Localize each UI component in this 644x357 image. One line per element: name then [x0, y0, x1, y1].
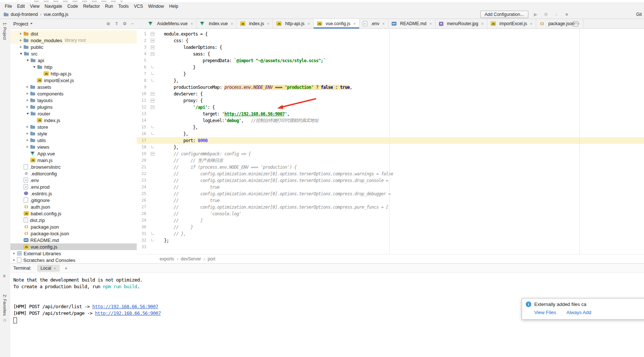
git-widget[interactable]: Git — [636, 12, 642, 17]
tree-item[interactable]: views — [10, 144, 137, 150]
view-files-link[interactable]: View Files — [534, 310, 556, 315]
chevron-down-icon[interactable] — [27, 113, 29, 115]
new-terminal-icon[interactable] — [65, 265, 68, 271]
project-panel-title[interactable]: Project — [13, 21, 28, 27]
tree-item[interactable]: public — [10, 44, 137, 50]
chevron-right-icon[interactable] — [13, 252, 15, 255]
code-line[interactable]: 20 // // 生产去除日志 — [137, 157, 644, 164]
fold-end-icon[interactable] — [151, 125, 154, 128]
menu-item-run[interactable]: Run — [102, 2, 116, 10]
collapse-all-icon[interactable] — [115, 21, 118, 26]
code-editor[interactable]: 1module.exports = {2 css: {3 loaderOptio… — [137, 29, 644, 255]
code-line[interactable]: 29 // ] — [137, 217, 644, 224]
tree-item[interactable]: dist.zip — [10, 217, 137, 223]
breadcrumb-item[interactable]: devServer — [181, 256, 201, 262]
tree-item[interactable]: store — [10, 124, 137, 130]
close-icon[interactable] — [54, 266, 56, 270]
chevron-down-icon[interactable] — [27, 60, 29, 61]
tree-item[interactable]: External Libraries — [10, 250, 137, 257]
code-line[interactable]: 25 // config.optimization.minimizer[0].o… — [137, 191, 644, 197]
tree-item[interactable]: vue.config.js — [10, 243, 137, 250]
stop-icon[interactable] — [564, 12, 570, 17]
chevron-right-icon[interactable] — [20, 39, 22, 41]
tree-item[interactable]: http — [10, 64, 137, 70]
tree-item[interactable]: auth.json — [10, 203, 137, 210]
tree-item[interactable]: utils — [10, 137, 137, 144]
menu-item-file[interactable]: File — [2, 2, 14, 10]
code-line[interactable]: 11 proxy: { — [137, 97, 644, 104]
editor-tab-menurouter-jpg[interactable]: menuRouter.jpg — [436, 19, 487, 28]
editor-tab-index-js[interactable]: index.js — [237, 19, 273, 28]
terminal-link[interactable]: http://192.168.66.56:9007 — [92, 304, 158, 309]
close-icon[interactable] — [530, 21, 532, 26]
tree-item[interactable]: importExcel.js — [10, 77, 137, 84]
terminal-cursor[interactable] — [13, 317, 17, 323]
code-line[interactable]: 14 logLevel:'debug', //控制台终端打印代理前的真实地址 — [137, 117, 644, 124]
fold-end-icon[interactable] — [151, 72, 154, 75]
fold-end-icon[interactable] — [151, 132, 154, 135]
code-line[interactable]: 3 loaderOptions: { — [137, 44, 644, 51]
chevron-right-icon[interactable] — [27, 99, 28, 101]
chevron-right-icon[interactable] — [13, 259, 15, 261]
code-line[interactable]: 4 sass: { — [137, 51, 644, 57]
tool-stripe-project[interactable]: 1: Project — [3, 23, 7, 40]
tree-item[interactable]: components — [10, 90, 137, 97]
close-icon[interactable] — [191, 21, 193, 26]
fold-end-icon[interactable] — [151, 79, 154, 81]
code-line[interactable]: 10 devServer: { — [137, 91, 644, 97]
menu-item-tools[interactable]: Tools — [116, 2, 131, 10]
tree-item[interactable]: api — [10, 57, 137, 64]
code-line[interactable]: 27 // config.optimization.minimizer[0].o… — [137, 204, 644, 211]
fold-end-icon[interactable] — [151, 232, 154, 235]
code-line[interactable]: 33 — [137, 244, 644, 250]
chevron-down-icon[interactable] — [20, 53, 22, 55]
tree-item[interactable]: assets — [10, 84, 137, 90]
close-icon[interactable] — [307, 21, 310, 26]
chevron-right-icon[interactable] — [27, 132, 28, 135]
tree-item[interactable]: .env.prod — [10, 183, 137, 190]
code-line[interactable]: 7 } — [137, 71, 644, 77]
code-line[interactable]: 15 }, — [137, 124, 644, 131]
chevron-right-icon[interactable] — [27, 106, 28, 108]
breadcrumb-file[interactable]: vue.config.js — [44, 12, 68, 17]
tool-stripe-favorites[interactable]: 2: Favorites — [3, 294, 7, 316]
tree-item[interactable]: .gitignore — [10, 197, 137, 203]
code-line[interactable]: 26 // true — [137, 197, 644, 204]
tree-item[interactable]: .browserslistrc — [10, 164, 137, 170]
close-icon[interactable] — [353, 21, 355, 26]
fold-open-icon[interactable] — [151, 99, 154, 102]
menu-item-window[interactable]: Window — [146, 2, 167, 10]
menu-item-view[interactable]: View — [27, 2, 42, 10]
fold-open-icon[interactable] — [151, 52, 154, 56]
tab-options-icon[interactable] — [573, 21, 578, 27]
editor-tab-asidemenu-vue[interactable]: AsideMenu.vue — [145, 19, 197, 28]
close-icon[interactable] — [267, 21, 269, 26]
terminal-tab-local[interactable]: Local — [37, 265, 59, 272]
code-line[interactable]: 16 }, — [137, 131, 644, 137]
structure-icon[interactable] — [3, 273, 6, 279]
chevron-right-icon[interactable] — [20, 46, 22, 48]
code-line[interactable]: 9 productionSourceMap: process.env.NODE_… — [137, 84, 644, 91]
code-line[interactable]: 28 // 'console.log' — [137, 211, 644, 217]
fold-open-icon[interactable] — [151, 92, 154, 96]
tree-item[interactable]: package-lock.json — [10, 230, 137, 237]
tree-item[interactable]: plugins — [10, 104, 137, 110]
code-line[interactable]: 6 } — [137, 64, 644, 71]
code-line[interactable]: 5 prependData: `@import "~@/assets/scss/… — [137, 57, 644, 64]
fold-open-icon[interactable] — [151, 32, 154, 36]
tree-item[interactable]: .editorconfig — [10, 170, 137, 177]
tree-item[interactable]: style — [10, 130, 137, 137]
menu-item-help[interactable]: Help — [167, 2, 181, 10]
menu-item-code[interactable]: Code — [65, 2, 81, 10]
tree-item[interactable]: README.md — [10, 237, 137, 243]
code-line[interactable]: 1module.exports = { — [137, 31, 644, 37]
code-line[interactable]: 2 css: { — [137, 37, 644, 44]
code-line[interactable]: 24 // true — [137, 184, 644, 191]
locate-file-icon[interactable] — [106, 21, 110, 26]
hide-panel-icon[interactable] — [131, 21, 134, 26]
fold-open-icon[interactable] — [151, 46, 154, 49]
chevron-right-icon[interactable] — [27, 92, 28, 95]
add-configuration-button[interactable]: Add Configuration... — [480, 11, 528, 18]
code-line[interactable]: 31 // }, — [137, 230, 644, 237]
chevron-right-icon[interactable] — [27, 126, 28, 128]
